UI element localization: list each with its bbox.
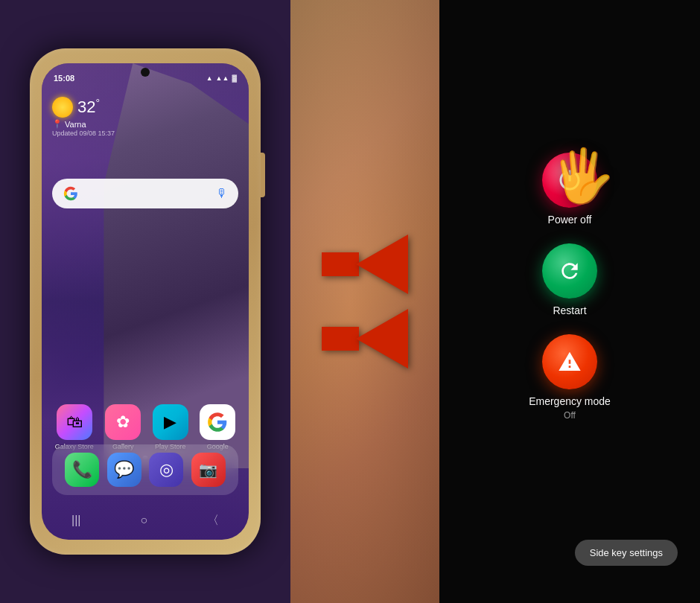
hand-cursor-icon: 🖐 xyxy=(550,145,615,206)
galaxy-store-icon: 🛍 xyxy=(57,404,92,440)
power-off-label: Power off xyxy=(548,214,592,226)
arrow-1-body xyxy=(322,252,359,276)
app-galaxy-store[interactable]: 🛍 Galaxy Store xyxy=(55,404,94,450)
dock-phone[interactable]: 📞 xyxy=(65,453,99,487)
gallery-icon: ✿ xyxy=(105,404,141,440)
weather-updated: Updated 09/08 15:37 xyxy=(52,130,115,137)
camera-notch xyxy=(141,68,150,77)
battery-icon: ▓ xyxy=(232,74,237,82)
microphone-icon[interactable]: 🎙 xyxy=(216,187,228,200)
dock-camera[interactable]: 📷 xyxy=(191,453,226,487)
status-time: 15:08 xyxy=(54,74,74,83)
weather-location: 📍 Varna xyxy=(52,119,115,129)
arrow-2-head xyxy=(356,309,408,368)
recents-nav-btn[interactable]: 〈 xyxy=(207,513,219,529)
app-play-store[interactable]: ▶ Play Store xyxy=(153,404,188,450)
arrows-container xyxy=(322,234,408,368)
arrow-section xyxy=(290,0,439,603)
restart-circle[interactable] xyxy=(542,243,597,299)
weather-sun-icon xyxy=(52,97,73,118)
emergency-mode-label: Emergency mode xyxy=(529,395,611,407)
app-gallery[interactable]: ✿ Gallery xyxy=(105,404,141,450)
google-logo xyxy=(63,185,79,202)
side-key-settings-button[interactable]: Side key settings xyxy=(575,540,678,566)
emergency-mode-sublabel: Off xyxy=(564,410,576,421)
phone-section: 15:08 ▲ ▲▲ ▓ 32° 📍 Varna xyxy=(0,0,290,603)
google-icon xyxy=(200,404,235,440)
status-icons: ▲ ▲▲ ▓ xyxy=(206,74,237,82)
dock-messages[interactable]: 💬 xyxy=(107,453,141,487)
emergency-circle[interactable] xyxy=(542,334,597,389)
play-store-icon: ▶ xyxy=(153,404,188,440)
weather-row: 32° xyxy=(52,97,115,118)
back-nav-btn[interactable]: ||| xyxy=(71,514,80,527)
arrow-2-body xyxy=(322,327,359,351)
wifi-icon: ▲ xyxy=(206,74,213,82)
power-menu-section: 🖐 Power off Restart xyxy=(439,0,700,603)
search-bar[interactable]: 🎙 xyxy=(52,179,238,208)
phone-screen: 15:08 ▲ ▲▲ ▓ 32° 📍 Varna xyxy=(42,63,249,540)
restart-button[interactable]: Restart xyxy=(542,243,597,316)
weather-widget: 32° 📍 Varna Updated 09/08 15:37 xyxy=(52,97,115,137)
arrow-2 xyxy=(322,309,408,368)
nav-bar: ||| ○ 〈 xyxy=(42,507,249,534)
emergency-mode-button[interactable]: Emergency mode Off xyxy=(529,334,611,421)
dock-bixby[interactable]: ◎ xyxy=(149,453,183,487)
dock-bar: 📞 💬 ◎ 📷 xyxy=(52,444,238,495)
arrow-1-head xyxy=(356,234,408,294)
home-nav-btn[interactable]: ○ xyxy=(140,514,147,527)
app-google[interactable]: Google xyxy=(200,404,235,450)
arrow-1 xyxy=(322,234,408,294)
app-icons-row: 🛍 Galaxy Store ✿ Gallery ▶ Play Store xyxy=(42,404,249,450)
signal-icon: ▲▲ xyxy=(216,74,229,82)
restart-label: Restart xyxy=(553,304,586,316)
phone-outer: 15:08 ▲ ▲▲ ▓ 32° 📍 Varna xyxy=(30,48,261,555)
weather-temperature: 32° xyxy=(77,97,100,117)
